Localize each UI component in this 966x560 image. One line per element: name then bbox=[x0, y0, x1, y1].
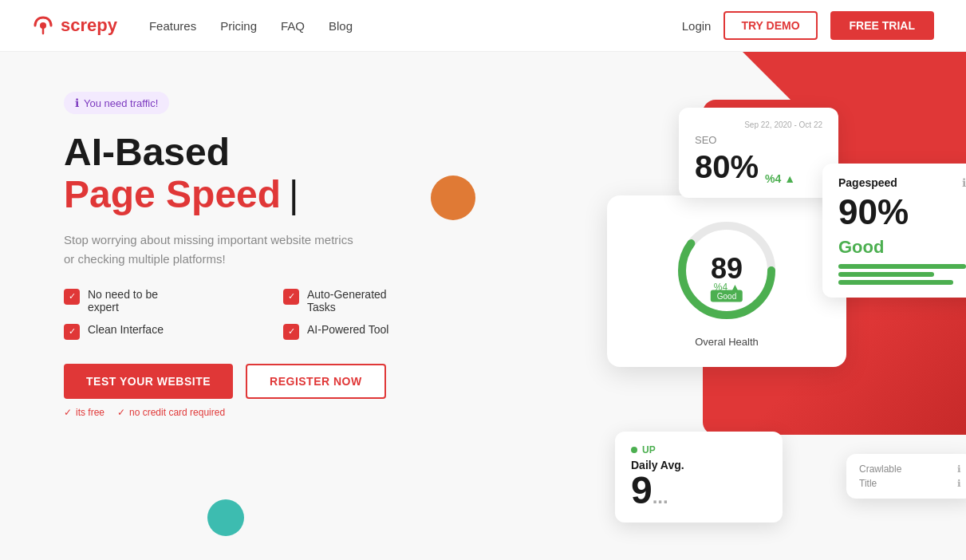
check-icon-1: ✓ bbox=[64, 289, 80, 305]
cursor: | bbox=[289, 174, 298, 216]
pagespeed-label: Pagespeed bbox=[838, 176, 897, 189]
feature-label-2: Auto-GeneratedTasks bbox=[307, 288, 387, 314]
hero-title-red-text: Page Speed bbox=[64, 174, 281, 216]
card-date: Sep 22, 2020 - Oct 22 bbox=[695, 120, 822, 129]
check-icon-2: ✓ bbox=[283, 289, 299, 305]
card-pagespeed: Pagespeed ℹ 90% Good bbox=[822, 164, 966, 298]
ps-bar-2 bbox=[838, 272, 934, 277]
info-icon-crawlable: ℹ bbox=[957, 463, 961, 475]
pagespeed-value: 90% bbox=[838, 192, 966, 232]
navbar: screpy Features Pricing FAQ Blog Login T… bbox=[0, 0, 966, 52]
badge-text: You need traffic! bbox=[84, 97, 158, 109]
pagespeed-bars bbox=[838, 264, 966, 285]
sub-free-label: its free bbox=[76, 407, 104, 418]
register-button[interactable]: REGISTER NOW bbox=[246, 364, 386, 399]
logo-icon bbox=[32, 14, 54, 37]
check-card: ✓ bbox=[117, 407, 125, 418]
up-label: UP bbox=[642, 444, 656, 455]
title-row: Title ℹ bbox=[859, 478, 961, 489]
pagespeed-header: Pagespeed ℹ bbox=[838, 176, 966, 189]
free-trial-button[interactable]: FREE TRIAL bbox=[830, 11, 934, 40]
circle-teal bbox=[207, 499, 244, 536]
navbar-right: Login TRY DEMO FREE TRIAL bbox=[682, 11, 934, 40]
feature-ai-tool: ✓ AI-Powered Tool bbox=[283, 323, 479, 340]
seo-percent: 80% bbox=[695, 149, 759, 185]
logo[interactable]: screpy bbox=[32, 14, 117, 37]
check-icon-4: ✓ bbox=[283, 324, 299, 340]
crawlable-label: Crawlable bbox=[859, 463, 901, 475]
feature-label-1: No need to beexpert bbox=[88, 288, 158, 314]
dashboard-area: Sep 22, 2020 - Oct 22 SEO 80% %4 ▲ 89 %4… bbox=[583, 100, 966, 546]
feature-clean-interface: ✓ Clean Interface bbox=[64, 323, 259, 340]
hero-description: Stop worrying about missing important we… bbox=[64, 231, 367, 269]
seo-value: 80% %4 ▲ bbox=[695, 149, 822, 185]
hero-title-line2: Page Speed | bbox=[64, 174, 479, 216]
feature-no-expert: ✓ No need to beexpert bbox=[64, 288, 259, 314]
card-daily: UP Daily Avg. 9... bbox=[615, 432, 783, 523]
card-crawlable: Crawlable ℹ Title ℹ bbox=[846, 454, 966, 499]
info-icon-ps: ℹ bbox=[962, 176, 966, 189]
card-seo: Sep 22, 2020 - Oct 22 SEO 80% %4 ▲ bbox=[679, 108, 838, 198]
sub-nocard-label: no credit card required bbox=[129, 407, 225, 418]
hero-section: ℹ You need traffic! AI-Based Page Speed … bbox=[0, 52, 966, 560]
health-badge: Good bbox=[711, 290, 743, 302]
nav-links: Features Pricing FAQ Blog bbox=[149, 19, 353, 33]
nav-pricing[interactable]: Pricing bbox=[220, 19, 257, 33]
nav-blog[interactable]: Blog bbox=[329, 19, 353, 33]
health-number: 89 bbox=[711, 252, 743, 286]
navbar-left: screpy Features Pricing FAQ Blog bbox=[32, 14, 353, 37]
cta-buttons: TEST YOUR WEBSITE REGISTER NOW bbox=[64, 364, 479, 399]
daily-status: UP bbox=[631, 444, 767, 455]
traffic-badge: ℹ You need traffic! bbox=[64, 92, 169, 114]
feature-label-3: Clean Interface bbox=[88, 323, 164, 336]
ps-bar-3 bbox=[838, 280, 953, 285]
seo-label: SEO bbox=[695, 134, 822, 146]
hero-title-line1: AI-Based bbox=[64, 132, 479, 174]
check-icon-3: ✓ bbox=[64, 324, 80, 340]
sub-no-card: ✓ no credit card required bbox=[117, 407, 225, 418]
health-ring: 89 %4 ▲ Good bbox=[671, 215, 783, 326]
cta-sublabels: ✓ its free ✓ no credit card required bbox=[64, 407, 479, 418]
feature-auto-tasks: ✓ Auto-GeneratedTasks bbox=[283, 288, 479, 314]
pagespeed-status: Good bbox=[838, 237, 966, 258]
info-icon-title: ℹ bbox=[957, 478, 961, 489]
health-label: Overal Health bbox=[626, 336, 827, 348]
hero-content: ℹ You need traffic! AI-Based Page Speed … bbox=[64, 92, 479, 418]
test-website-button[interactable]: TEST YOUR WEBSITE bbox=[64, 364, 233, 399]
card-health: 89 %4 ▲ Good Overal Health bbox=[607, 195, 846, 367]
seo-change: %4 ▲ bbox=[765, 172, 795, 185]
crawlable-row: Crawlable ℹ bbox=[859, 463, 961, 475]
brand-name: screpy bbox=[61, 15, 117, 36]
nav-faq[interactable]: FAQ bbox=[281, 19, 305, 33]
title-label: Title bbox=[859, 478, 877, 489]
info-icon: ℹ bbox=[75, 97, 79, 109]
sub-free: ✓ its free bbox=[64, 407, 104, 418]
login-button[interactable]: Login bbox=[682, 19, 712, 33]
daily-partial: ... bbox=[653, 486, 668, 507]
ps-bar-1 bbox=[838, 264, 966, 269]
feature-label-4: AI-Powered Tool bbox=[307, 323, 388, 336]
daily-number: 9... bbox=[631, 471, 767, 510]
up-dot bbox=[631, 447, 637, 453]
nav-features[interactable]: Features bbox=[149, 19, 196, 33]
try-demo-button[interactable]: TRY DEMO bbox=[724, 11, 817, 40]
features-grid: ✓ No need to beexpert ✓ Auto-GeneratedTa… bbox=[64, 288, 479, 340]
check-free: ✓ bbox=[64, 407, 72, 418]
